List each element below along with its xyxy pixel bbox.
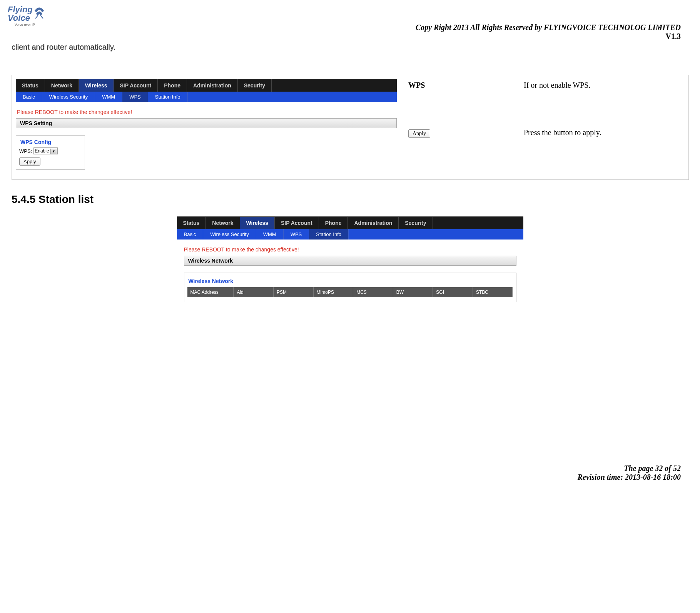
wireless-network-legend: Wireless Network: [187, 278, 235, 284]
subtab2-basic[interactable]: Basic: [177, 229, 204, 240]
subtab2-station-info[interactable]: Station Info: [309, 229, 349, 240]
tab-wireless[interactable]: Wireless: [79, 79, 114, 92]
tab2-security[interactable]: Security: [399, 217, 433, 229]
wps-screenshot: Status Network Wireless SIP Account Phon…: [12, 75, 401, 179]
tab2-network[interactable]: Network: [206, 217, 240, 229]
main-nav-1: Status Network Wireless SIP Account Phon…: [16, 79, 397, 92]
sub-nav-2: Basic Wireless Security WMM WPS Station …: [177, 229, 523, 240]
col-mimops: MimoPS: [314, 287, 354, 297]
tab2-phone[interactable]: Phone: [319, 217, 348, 229]
col-mcs: MCS: [353, 287, 393, 297]
tab-security[interactable]: Security: [238, 79, 272, 92]
col-stbc: STBC: [473, 287, 513, 297]
copyright-header: Copy Right 2013 All Rights Reserved by F…: [12, 23, 688, 32]
sub-nav-1: Basic Wireless Security WMM WPS Station …: [16, 92, 397, 102]
subtab-wireless-security[interactable]: Wireless Security: [42, 92, 95, 102]
page-footer: The page 32 of 52 Revision time: 2013-08…: [12, 464, 688, 482]
subtab-wmm[interactable]: WMM: [95, 92, 122, 102]
col-bw: BW: [393, 287, 433, 297]
tab2-wireless[interactable]: Wireless: [240, 217, 275, 229]
wps-config-legend: WPS Config: [19, 139, 52, 145]
tab-phone[interactable]: Phone: [158, 79, 187, 92]
tab-sip[interactable]: SIP Account: [114, 79, 158, 92]
wireless-network-header: Wireless Network: [184, 256, 516, 266]
dropdown-icon: ▼: [50, 149, 57, 154]
subtab2-wps[interactable]: WPS: [284, 229, 309, 240]
wps-description-block: Status Network Wireless SIP Account Phon…: [12, 75, 689, 180]
section-heading-station-list: 5.4.5 Station list: [12, 193, 688, 206]
subtab-wps[interactable]: WPS: [122, 92, 148, 102]
revision-time: Revision time: 2013-08-16 18:00: [12, 473, 681, 482]
page-number: The page 32 of 52: [12, 464, 681, 473]
wps-description-table: WPS If or not enable WPS. Apply Press th…: [401, 75, 688, 179]
tab-network[interactable]: Network: [45, 79, 79, 92]
station-list-screenshot: Status Network Wireless SIP Account Phon…: [177, 216, 523, 302]
wps-setting-header: WPS Setting: [16, 118, 397, 128]
desc-wps-text: If or not enable WPS.: [524, 81, 681, 90]
subtab2-wmm[interactable]: WMM: [256, 229, 284, 240]
apply-button-demo: Apply: [408, 129, 430, 138]
wireless-network-fieldset: Wireless Network MAC Address Aid PSM Mim…: [184, 273, 516, 302]
desc-wps-label: WPS: [408, 81, 524, 90]
main-nav-2: Status Network Wireless SIP Account Phon…: [177, 216, 523, 229]
tab2-status[interactable]: Status: [177, 217, 206, 229]
version-label: V1.3: [12, 32, 688, 41]
logo: Flying Voice Voice over IP: [8, 4, 50, 29]
desc-apply-text: Press the button to apply.: [524, 128, 681, 138]
logo-tagline: Voice over IP: [15, 23, 35, 27]
tab2-admin[interactable]: Administration: [348, 217, 399, 229]
subtab-station-info[interactable]: Station Info: [148, 92, 188, 102]
tab-status[interactable]: Status: [16, 79, 45, 92]
wps-label: WPS:: [19, 148, 32, 154]
logo-text-2: Voice: [8, 13, 30, 23]
apply-button-1[interactable]: Apply: [19, 157, 40, 166]
col-aid: Aid: [234, 287, 274, 297]
desc-apply-label: Apply: [408, 128, 524, 138]
col-mac: MAC Address: [187, 287, 234, 297]
wps-select[interactable]: Enable ▼: [33, 147, 58, 154]
subtab-basic[interactable]: Basic: [16, 92, 42, 102]
intro-text: client and router automatically.: [12, 43, 688, 52]
wps-config-fieldset: WPS Config WPS: Enable ▼ Apply: [16, 135, 85, 170]
tab-admin[interactable]: Administration: [187, 79, 238, 92]
col-sgi: SGI: [433, 287, 473, 297]
col-psm: PSM: [274, 287, 314, 297]
tab2-sip[interactable]: SIP Account: [275, 217, 319, 229]
reboot-notice-2: Please REBOOT to make the changes effect…: [177, 240, 523, 256]
subtab2-wireless-security[interactable]: Wireless Security: [203, 229, 256, 240]
station-table: MAC Address Aid PSM MimoPS MCS BW SGI ST…: [187, 287, 513, 297]
reboot-notice-1: Please REBOOT to make the changes effect…: [16, 102, 397, 118]
